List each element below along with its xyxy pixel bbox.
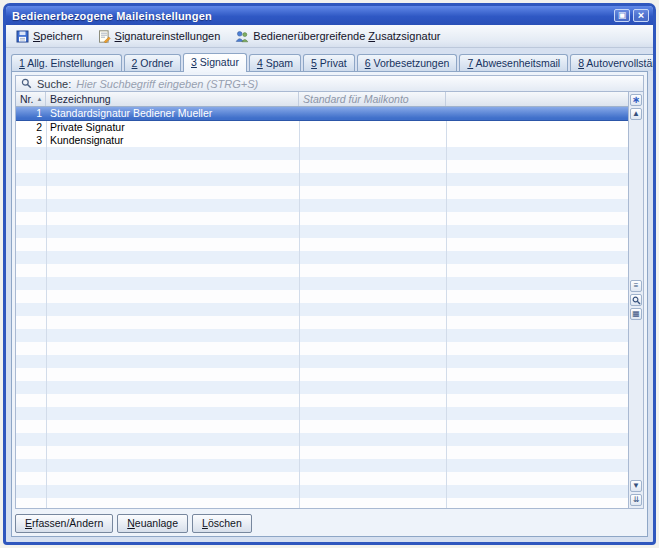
close-button[interactable]: × bbox=[633, 9, 649, 22]
maximize-button[interactable]: ▣ bbox=[614, 9, 630, 22]
sort-ascending-icon: ▲ bbox=[36, 96, 42, 102]
column-divider bbox=[299, 107, 300, 508]
search-input[interactable] bbox=[76, 78, 638, 90]
window-body: 1 Allg. Einstellungen 2 Ordner 3 Signatu… bbox=[6, 48, 653, 542]
table-row[interactable]: 3 Kundensignatur bbox=[16, 134, 628, 147]
empty-rows-area bbox=[16, 147, 628, 508]
row-standard bbox=[299, 107, 446, 120]
search-row: Suche: bbox=[15, 75, 644, 92]
grid-view-button[interactable]: ▦ bbox=[630, 308, 642, 320]
scroll-up-icon: ▲ bbox=[632, 110, 640, 118]
row-standard bbox=[299, 121, 446, 134]
save-icon bbox=[16, 30, 29, 43]
row-number: 2 bbox=[16, 121, 46, 134]
toolbar: Speichern Signatureinstellungen bbox=[6, 25, 653, 48]
row-bezeichnung: Standardsignatur Bediener Mueller bbox=[46, 107, 299, 120]
grid-body: 1 Standardsignatur Bediener Mueller 2 Pr… bbox=[16, 107, 628, 508]
scroll-bottom-icon: ⇊ bbox=[633, 496, 640, 504]
loeschen-button[interactable]: Löschen bbox=[192, 514, 252, 533]
row-filler bbox=[446, 107, 628, 120]
tab-autovervollstaendigung[interactable]: 8 Autovervollständigung bbox=[570, 54, 656, 71]
column-header-standard[interactable]: Standard für Mailkonto bbox=[299, 92, 446, 106]
signature-settings-button[interactable]: Signatureinstellungen bbox=[93, 27, 228, 46]
signature-settings-label: Signatureinstellungen bbox=[115, 30, 221, 42]
window-title: Bedienerbezogene Maileinstellungen bbox=[12, 10, 611, 22]
grid-view-icon: ▦ bbox=[632, 310, 640, 318]
close-icon: × bbox=[638, 10, 644, 21]
row-filler bbox=[446, 121, 628, 134]
tab-content-signatur: Suche: Nr. ▲ Bezeichnung Standard für Ma… bbox=[11, 71, 648, 537]
erfassen-aendern-button[interactable]: Erfassen/Ändern bbox=[15, 514, 113, 533]
settings-window: Bedienerbezogene Maileinstellungen ▣ × S… bbox=[3, 3, 656, 545]
grid-menu-button[interactable]: ≡ bbox=[630, 280, 642, 292]
titlebar[interactable]: Bedienerbezogene Maileinstellungen ▣ × bbox=[6, 6, 653, 25]
tab-allg-einstellungen[interactable]: 1 Allg. Einstellungen bbox=[11, 54, 122, 71]
tab-vorbesetzungen[interactable]: 6 Vorbesetzungen bbox=[357, 54, 458, 71]
grid-header: Nr. ▲ Bezeichnung Standard für Mailkonto bbox=[16, 92, 628, 107]
neuanlage-button[interactable]: Neuanlage bbox=[117, 514, 188, 533]
grid-search-button[interactable] bbox=[630, 294, 642, 306]
footer-button-row: Erfassen/Ändern Neuanlage Löschen bbox=[15, 509, 644, 533]
magnifier-icon bbox=[632, 296, 641, 305]
column-header-nr[interactable]: Nr. ▲ bbox=[16, 92, 46, 106]
scroll-down-icon: ▼ bbox=[632, 482, 640, 490]
column-options-icon: ∗ bbox=[632, 95, 640, 105]
search-label: Suche: bbox=[37, 78, 71, 90]
grid-main: Nr. ▲ Bezeichnung Standard für Mailkonto… bbox=[16, 92, 628, 508]
row-bezeichnung: Kundensignatur bbox=[46, 134, 299, 147]
tab-privat[interactable]: 5 Privat bbox=[303, 54, 355, 71]
cross-operator-signature-button[interactable]: Bedienerübergreifende Zusatzsignatur bbox=[230, 27, 447, 46]
table-row[interactable]: 2 Private Signatur bbox=[16, 121, 628, 134]
column-header-empty bbox=[446, 92, 628, 106]
row-bezeichnung: Private Signatur bbox=[46, 121, 299, 134]
column-header-nr-label: Nr. bbox=[20, 93, 33, 105]
table-row-selected[interactable]: 1 Standardsignatur Bediener Mueller bbox=[16, 107, 628, 121]
maximize-icon: ▣ bbox=[618, 11, 627, 20]
tabstrip: 1 Allg. Einstellungen 2 Ordner 3 Signatu… bbox=[11, 51, 648, 71]
scroll-down-button[interactable]: ▼ bbox=[630, 480, 642, 492]
column-divider bbox=[446, 107, 447, 508]
signature-settings-icon bbox=[98, 30, 111, 43]
scroll-up-button[interactable]: ▲ bbox=[630, 108, 642, 120]
tab-spam[interactable]: 4 Spam bbox=[249, 54, 301, 71]
tab-abwesenheitsmail[interactable]: 7 Abwesenheitsmail bbox=[459, 54, 568, 71]
menu-lines-icon: ≡ bbox=[634, 282, 639, 290]
save-label: Speichern bbox=[33, 30, 83, 42]
scroll-bottom-button[interactable]: ⇊ bbox=[630, 494, 642, 506]
signature-grid: Nr. ▲ Bezeichnung Standard für Mailkonto… bbox=[15, 92, 644, 509]
row-number: 1 bbox=[16, 107, 46, 120]
row-number: 3 bbox=[16, 134, 46, 147]
row-filler bbox=[446, 134, 628, 147]
users-icon bbox=[235, 30, 249, 43]
tab-ordner[interactable]: 2 Ordner bbox=[124, 54, 181, 71]
search-icon[interactable] bbox=[21, 78, 32, 89]
grid-side-strip: ∗ ▲ ≡ bbox=[628, 92, 643, 508]
cross-operator-signature-label: Bedienerübergreifende Zusatzsignatur bbox=[253, 30, 440, 42]
column-header-bezeichnung[interactable]: Bezeichnung bbox=[46, 92, 299, 106]
column-options-button[interactable]: ∗ bbox=[630, 94, 642, 106]
save-button[interactable]: Speichern bbox=[11, 27, 90, 46]
row-standard bbox=[299, 134, 446, 147]
column-divider bbox=[46, 107, 47, 508]
tab-signatur[interactable]: 3 Signatur bbox=[183, 53, 247, 72]
